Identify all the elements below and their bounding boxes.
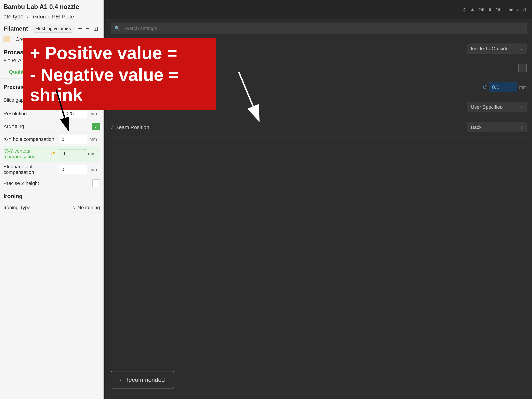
ironing-heading: Ironing <box>4 193 100 200</box>
setting-elephant-foot: Elephant foot compensation mm <box>4 162 100 177</box>
setting-ironing-type: Ironing Type ∨ No ironing <box>4 203 100 213</box>
horizontal-expansion-unit: mm <box>519 84 527 90</box>
recommended-section: ‹ Recommended <box>111 371 174 388</box>
plate-label: ate type <box>4 13 24 20</box>
setting-precise-z: Precise Z height <box>4 177 100 190</box>
z-seam-position-chevron: ∨ <box>520 125 523 130</box>
z-seam-alignment-chevron: ∨ <box>520 105 523 109</box>
precise-z-label: Precise Z height <box>4 181 90 186</box>
ironing-type-arrow: ∨ <box>73 205 76 210</box>
off-label-1: Off <box>478 7 484 13</box>
elephant-foot-unit: mm <box>89 167 100 172</box>
horizontal-expansion-input[interactable] <box>489 82 517 92</box>
arc-fitting-checkbox[interactable]: ✓ <box>92 123 100 130</box>
arrow-annotation <box>46 84 81 133</box>
right-secondbar: ⊙ ▲ Off ⬇ Off ★ ∨ ↺ <box>105 0 532 19</box>
flushing-volumes-button[interactable]: Flushing volumes <box>32 25 75 32</box>
elephant-foot-label: Elephant foot compensation <box>4 164 57 175</box>
z-seam-alignment-dropdown[interactable]: User Specified ∨ <box>467 102 527 112</box>
xy-contour-label: X-Y contour compensation <box>5 148 49 159</box>
svg-line-1 <box>56 89 67 125</box>
search-icon: 🔍 <box>114 25 120 31</box>
recommended-label: Recommended <box>124 376 165 383</box>
ironing-type-label: Ironing Type <box>4 205 70 210</box>
ironing-type-value: No ironing <box>77 205 100 210</box>
toolbar-icons: ⊙ ▲ Off ⬇ Off <box>462 7 501 13</box>
svg-line-3 <box>239 72 256 114</box>
rec-left-arrow: ‹ <box>120 377 121 383</box>
search-bar: 🔍 Search settings <box>105 19 532 38</box>
z-seam-position-dropdown[interactable]: Back ∨ <box>467 122 527 133</box>
setting-xy-contour: X-Y contour compensation ↺ mm <box>4 146 100 162</box>
undo-icon[interactable]: ↺ <box>522 6 527 13</box>
pla-dropdown-arrow: ∨ <box>4 58 7 63</box>
left-panel: Bambu Lab A1 0.4 nozzle ate type ∨ Textu… <box>0 0 104 399</box>
filament-header: Filament Flushing volumes + − ⊞ <box>4 25 100 32</box>
star-icon[interactable]: ★ <box>508 6 513 13</box>
add-filament-button[interactable]: + <box>78 25 82 32</box>
off-label-2: Off <box>495 7 501 13</box>
download-icon[interactable]: ⬇ <box>488 7 492 13</box>
checkmark-icon: ✓ <box>94 124 98 129</box>
search-placeholder: Search settings <box>123 26 157 31</box>
elephant-foot-input[interactable] <box>59 165 87 174</box>
xy-hole-label: X-Y hole compensation <box>4 136 57 142</box>
chevron-down-icon[interactable]: ∨ <box>516 7 519 12</box>
horizontal-expansion-input-wrap: ↺ mm <box>482 82 527 92</box>
filament-color-swatch <box>4 36 10 42</box>
xy-contour-reset-icon[interactable]: ↺ <box>51 151 55 157</box>
tool-icon-2[interactable]: ▲ <box>470 7 475 13</box>
z-seam-position-label: Z Seam Position <box>111 124 463 130</box>
recommended-button[interactable]: ‹ Recommended <box>111 371 174 388</box>
printer-title: Bambu Lab A1 0.4 nozzle <box>4 3 100 11</box>
xy-hole-unit: mm <box>89 137 100 142</box>
wall-ordering-dropdown[interactable]: Inside To Outside ∨ <box>467 44 527 54</box>
print-thin-walls-checkbox[interactable] <box>518 64 527 72</box>
plate-dropdown-arrow: ∨ <box>26 15 29 19</box>
resolution-unit: mm <box>89 111 100 116</box>
dark-setting-z-seam-position: Z Seam Position Back ∨ <box>111 117 527 138</box>
plate-select[interactable]: ∨ Textured PEI Plate <box>26 14 74 20</box>
setting-xy-hole: X-Y hole compensation mm <box>4 133 100 146</box>
plate-value: Textured PEI Plate <box>30 14 74 20</box>
wall-ordering-chevron: ∨ <box>520 46 523 51</box>
ironing-type-select[interactable]: ∨ No ironing <box>73 205 100 210</box>
horizontal-expansion-reset-icon[interactable]: ↺ <box>482 84 487 90</box>
tool-icon-1[interactable]: ⊙ <box>462 7 467 13</box>
xy-hole-input[interactable] <box>59 135 87 144</box>
right-toolbar-right: ★ ∨ ↺ <box>508 6 527 13</box>
xy-contour-unit: mm <box>88 151 99 157</box>
filament-grid-icon[interactable]: ⊞ <box>93 25 98 32</box>
remove-filament-button[interactable]: − <box>86 25 89 32</box>
search-input-wrap[interactable]: 🔍 Search settings <box>111 23 527 34</box>
plate-type-row: ate type ∨ Textured PEI Plate <box>4 13 100 20</box>
left-header: Bambu Lab A1 0.4 nozzle ate type ∨ Textu… <box>0 0 103 22</box>
precise-z-checkbox[interactable] <box>92 179 100 187</box>
white-arrow-annotation <box>228 67 277 123</box>
filament-label: Filament <box>4 25 28 32</box>
xy-contour-input[interactable] <box>58 149 86 158</box>
